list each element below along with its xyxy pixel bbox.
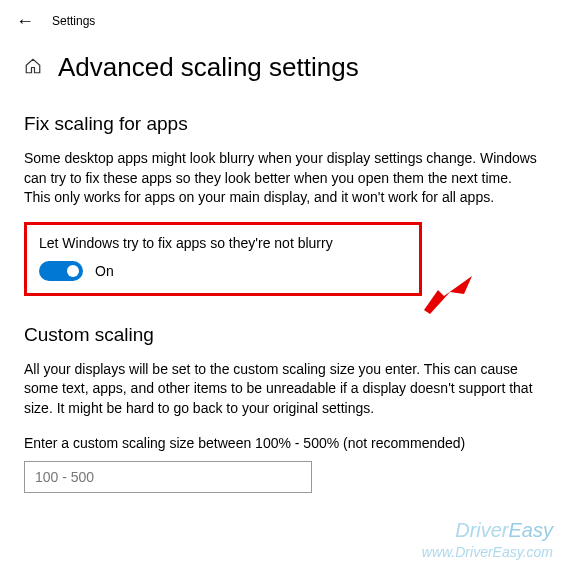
custom-scaling-input[interactable]: [24, 461, 312, 493]
fix-scaling-description: Some desktop apps might look blurry when…: [24, 149, 541, 208]
highlight-box: Let Windows try to fix apps so they're n…: [24, 222, 422, 296]
page-title: Advanced scaling settings: [58, 52, 359, 83]
custom-scaling-section-title: Custom scaling: [24, 324, 541, 346]
custom-scaling-input-label: Enter a custom scaling size between 100%…: [24, 435, 541, 451]
fix-scaling-section-title: Fix scaling for apps: [24, 113, 541, 135]
watermark-brand-driver: Driver: [455, 519, 508, 541]
watermark-brand-easy: Easy: [509, 519, 553, 541]
watermark-url: www.DriverEasy.com: [422, 543, 553, 561]
header-title: Settings: [52, 14, 95, 28]
fix-blurry-toggle-label: Let Windows try to fix apps so they're n…: [39, 235, 407, 251]
home-icon[interactable]: [24, 57, 42, 78]
back-button[interactable]: ←: [16, 12, 34, 30]
watermark: DriverEasy www.DriverEasy.com: [422, 517, 553, 561]
fix-blurry-toggle-state: On: [95, 263, 114, 279]
custom-scaling-description: All your displays will be set to the cus…: [24, 360, 541, 419]
fix-blurry-toggle[interactable]: [39, 261, 83, 281]
